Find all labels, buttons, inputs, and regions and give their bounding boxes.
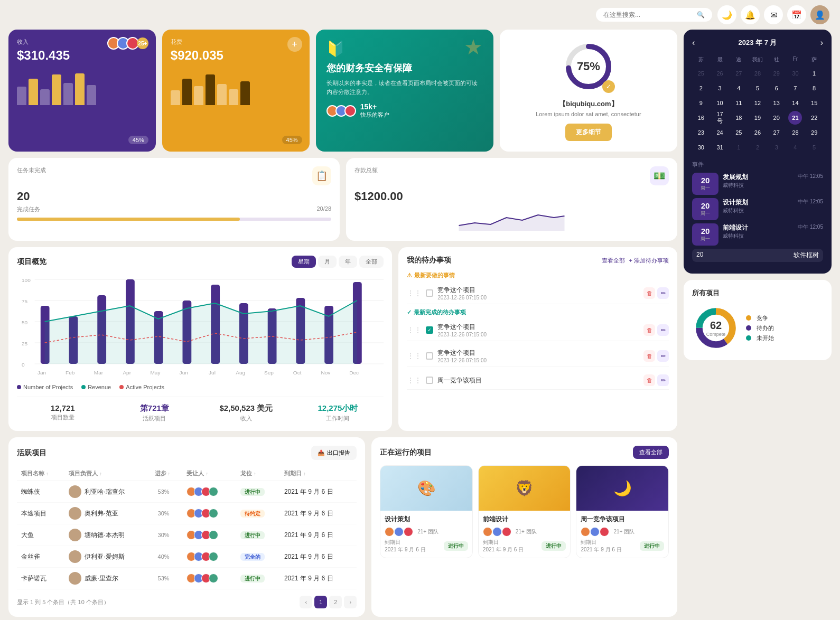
mail-icon[interactable]: ✉: [764, 5, 783, 24]
cell-date-0: 2021 年 9 月 6 日: [280, 481, 357, 503]
add-expense-btn[interactable]: +: [287, 37, 302, 52]
cal-day[interactable]: 26: [751, 126, 764, 139]
tasks-count: 20: [17, 190, 331, 203]
cal-day[interactable]: 22: [807, 111, 821, 125]
tab-year[interactable]: 年: [339, 256, 357, 268]
cal-day[interactable]: 24: [713, 126, 727, 139]
cal-next-btn[interactable]: ›: [820, 38, 823, 48]
cal-day[interactable]: 25: [732, 126, 745, 139]
todo-actions[interactable]: 查看全部 + 添加待办事项: [602, 257, 669, 265]
cal-day[interactable]: 30: [694, 140, 708, 154]
cal-day[interactable]: 6: [770, 81, 783, 95]
assignees-0: [186, 487, 232, 496]
cal-day[interactable]: 28: [788, 126, 802, 139]
cell-date-2: 2021 年 9 月 6 日: [280, 524, 357, 546]
col-name: 项目名称 ↑: [17, 466, 64, 481]
checkbox-4[interactable]: [426, 377, 433, 384]
view-all-todo[interactable]: 查看全部: [602, 257, 625, 265]
tab-month[interactable]: 月: [318, 256, 337, 268]
view-all-running[interactable]: 查看全部: [633, 446, 669, 459]
cal-day[interactable]: 5: [807, 140, 821, 154]
cal-day[interactable]: 30: [788, 67, 802, 80]
delete-todo-2[interactable]: 🗑: [643, 324, 655, 336]
edit-todo-3[interactable]: ✏: [657, 350, 669, 362]
sparkline-chart: [354, 210, 669, 231]
cal-day[interactable]: 23: [694, 126, 708, 139]
search-box[interactable]: 🔍: [596, 8, 712, 22]
notification-icon[interactable]: 🔔: [741, 5, 760, 24]
cal-day[interactable]: 11: [732, 96, 745, 110]
cal-day[interactable]: 1: [807, 67, 821, 80]
checkbox-2[interactable]: ✓: [426, 326, 433, 334]
svg-text:Sep: Sep: [264, 370, 274, 375]
checkbox-1[interactable]: [426, 289, 433, 297]
cal-day[interactable]: 28: [751, 67, 764, 80]
cal-day[interactable]: 1: [732, 140, 745, 154]
cal-day[interactable]: 16: [694, 111, 708, 125]
cal-day[interactable]: 9: [694, 96, 708, 110]
cal-day[interactable]: 14: [788, 96, 802, 110]
calendar-icon[interactable]: 📅: [787, 5, 806, 24]
delete-todo-1[interactable]: 🗑: [643, 287, 655, 299]
cal-day[interactable]: 20: [770, 111, 783, 125]
cal-title: 2023 年 7 月: [739, 38, 777, 48]
checkbox-3[interactable]: [426, 352, 433, 360]
legend-active: Active Projects: [119, 384, 164, 390]
donut-legend-2: 未开始: [746, 334, 774, 342]
cal-day[interactable]: 29: [807, 126, 821, 139]
cal-day[interactable]: 10: [713, 96, 727, 110]
cal-day[interactable]: 13: [770, 96, 783, 110]
cal-day[interactable]: 27: [770, 126, 783, 139]
cal-day[interactable]: 25: [694, 67, 708, 80]
cal-day[interactable]: 4: [732, 81, 745, 95]
page-buttons[interactable]: ‹ 1 2 ›: [300, 596, 357, 608]
event-day-num-2: 20: [696, 227, 714, 236]
lead-avatar-4: [69, 572, 81, 585]
col-assignee: 受让人 ↑: [182, 466, 236, 481]
cal-day[interactable]: 26: [713, 67, 727, 80]
page-1[interactable]: 1: [314, 596, 327, 608]
cal-day[interactable]: 8: [807, 81, 821, 95]
search-input[interactable]: [603, 11, 693, 18]
cal-prev-btn[interactable]: ‹: [692, 38, 695, 48]
tab-week[interactable]: 星期: [292, 256, 316, 268]
delete-todo-4[interactable]: 🗑: [643, 374, 655, 386]
edit-todo-4[interactable]: ✏: [657, 374, 669, 386]
cal-day[interactable]: 2: [751, 140, 764, 154]
cal-day[interactable]: 17号: [713, 111, 727, 125]
run-proj-team-0: 21+ 团队: [385, 527, 468, 537]
cal-day[interactable]: 4: [788, 140, 802, 154]
cal-day[interactable]: 21: [788, 111, 802, 125]
cal-day[interactable]: 5: [751, 81, 764, 95]
cell-name-4: 卡萨诺瓦: [17, 568, 64, 589]
cal-day[interactable]: 18: [732, 111, 745, 125]
cal-day[interactable]: 3: [770, 140, 783, 154]
cal-day[interactable]: 3: [713, 81, 727, 95]
tab-all[interactable]: 全部: [359, 256, 384, 268]
cal-day[interactable]: 2: [694, 81, 708, 95]
page-2[interactable]: 2: [329, 596, 342, 608]
event-info-1: 设计策划 威特科技: [723, 198, 794, 214]
edit-todo-1[interactable]: ✏: [657, 287, 669, 299]
cal-day[interactable]: 15: [807, 96, 821, 110]
export-btn[interactable]: 📤 出口报告: [311, 446, 357, 460]
add-todo[interactable]: + 添加待办事项: [629, 257, 669, 265]
cal-day[interactable]: 12: [751, 96, 764, 110]
user-avatar[interactable]: 👤: [810, 5, 829, 24]
more-details-btn[interactable]: 更多细节: [565, 124, 612, 141]
chart-tabs[interactable]: 星期 月 年 全部: [292, 256, 384, 268]
dark-mode-icon[interactable]: 🌙: [717, 5, 736, 24]
cal-day[interactable]: 19: [751, 111, 764, 125]
delete-todo-3[interactable]: 🗑: [643, 350, 655, 362]
prev-page[interactable]: ‹: [300, 596, 312, 608]
cal-day[interactable]: 31: [713, 140, 727, 154]
ring-container: 75% ✓: [562, 40, 615, 93]
cal-day[interactable]: 29: [770, 67, 783, 80]
event-badge-1: 20 周一: [692, 198, 718, 220]
cal-day[interactable]: 7: [788, 81, 802, 95]
customers-count: 15k+: [360, 102, 389, 111]
cal-day[interactable]: 27: [732, 67, 745, 80]
next-page[interactable]: ›: [344, 596, 357, 608]
revenue-bar-chart: [17, 73, 147, 105]
edit-todo-2[interactable]: ✏: [657, 324, 669, 336]
